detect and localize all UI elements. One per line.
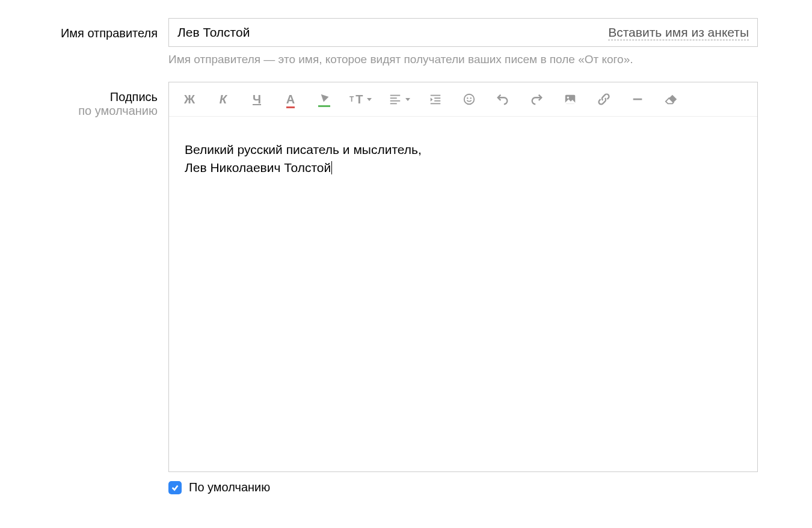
emoji-icon [463, 93, 476, 106]
highlight-color-button[interactable] [316, 91, 333, 108]
chevron-down-icon [405, 98, 410, 101]
check-icon [171, 483, 179, 492]
link-icon [597, 93, 611, 106]
image-button[interactable] [562, 91, 579, 108]
signature-row: Подпись по умолчанию Ж К Ч А [12, 82, 800, 494]
undo-button[interactable] [494, 91, 511, 108]
image-icon [564, 93, 577, 106]
sender-name-hint: Имя отправителя — это имя, которое видят… [168, 53, 758, 66]
underline-button[interactable]: Ч [248, 91, 265, 108]
signature-editor: Ж К Ч А [168, 82, 758, 472]
emoji-button[interactable] [461, 91, 478, 108]
signature-label-line2: по умолчанию [78, 104, 158, 117]
editor-toolbar: Ж К Ч А [169, 82, 757, 117]
chevron-down-icon [367, 98, 372, 101]
signature-textarea[interactable]: Великий русский писатель и мыслитель, Ле… [169, 117, 757, 471]
eraser-icon [665, 93, 678, 106]
sender-name-field-col: Вставить имя из анкеты Имя отправителя —… [168, 18, 758, 77]
outdent-icon [429, 93, 442, 106]
font-size-big-icon: T [355, 93, 363, 106]
insert-from-profile-link[interactable]: Вставить имя из анкеты [608, 25, 749, 40]
signature-label: Подпись по умолчанию [12, 82, 168, 118]
svg-point-10 [467, 97, 468, 99]
sender-name-label: Имя отправителя [12, 18, 168, 40]
align-button[interactable] [389, 91, 410, 108]
signature-field-col: Ж К Ч А [168, 82, 758, 494]
redo-icon [530, 93, 543, 106]
italic-button[interactable]: К [215, 91, 232, 108]
default-checkbox-label: По умолчанию [189, 480, 270, 494]
signature-label-line1: Подпись [110, 90, 158, 103]
font-size-small-icon: T [349, 95, 354, 103]
text-color-button[interactable]: А [282, 91, 299, 108]
horizontal-rule-button[interactable] [629, 91, 646, 108]
sender-name-row: Имя отправителя Вставить имя из анкеты И… [12, 18, 800, 77]
text-color-indicator [286, 106, 295, 108]
svg-point-9 [464, 94, 474, 105]
signature-line1: Великий русский писатель и мыслитель, [185, 141, 742, 159]
signature-line2: Лев Николаевич Толстой [185, 159, 742, 177]
sender-name-input[interactable] [177, 25, 602, 40]
align-icon [389, 93, 402, 106]
undo-icon [496, 93, 509, 106]
svg-point-13 [567, 97, 568, 99]
font-size-button[interactable]: T T [349, 91, 372, 108]
clear-format-button[interactable] [663, 91, 680, 108]
svg-marker-8 [430, 97, 432, 101]
redo-button[interactable] [528, 91, 545, 108]
link-button[interactable] [595, 91, 612, 108]
sender-name-input-wrap: Вставить имя из анкеты [168, 18, 758, 47]
minus-icon [631, 93, 644, 106]
bold-button[interactable]: Ж [181, 91, 198, 108]
outdent-button[interactable] [427, 91, 444, 108]
highlight-icon [318, 93, 330, 105]
default-checkbox-row: По умолчанию [168, 480, 758, 494]
svg-point-11 [470, 97, 471, 99]
default-checkbox[interactable] [168, 481, 182, 494]
sender-name-label-text: Имя отправителя [61, 26, 158, 40]
